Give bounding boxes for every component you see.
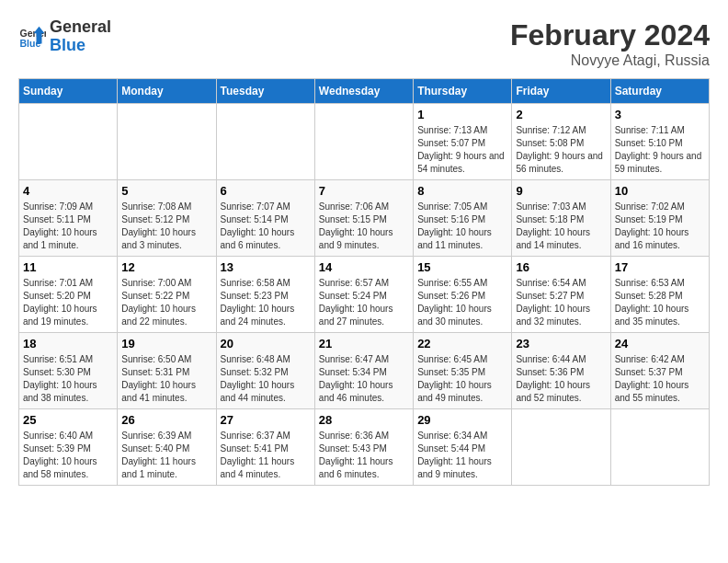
logo-text: GeneralBlue xyxy=(50,18,111,55)
day-info: Sunrise: 7:02 AM Sunset: 5:19 PM Dayligh… xyxy=(615,201,705,252)
day-info: Sunrise: 7:03 AM Sunset: 5:18 PM Dayligh… xyxy=(516,201,606,252)
calendar-cell: 17Sunrise: 6:53 AM Sunset: 5:28 PM Dayli… xyxy=(610,257,709,333)
calendar-cell: 4Sunrise: 7:09 AM Sunset: 5:11 PM Daylig… xyxy=(19,180,118,257)
day-number: 26 xyxy=(121,413,211,427)
day-info: Sunrise: 7:09 AM Sunset: 5:11 PM Dayligh… xyxy=(23,201,113,252)
weekday-header: Wednesday xyxy=(314,79,413,104)
calendar-cell: 10Sunrise: 7:02 AM Sunset: 5:19 PM Dayli… xyxy=(610,180,709,257)
day-info: Sunrise: 7:11 AM Sunset: 5:10 PM Dayligh… xyxy=(615,124,705,176)
calendar-cell xyxy=(314,104,413,180)
day-info: Sunrise: 6:48 AM Sunset: 5:32 PM Dayligh… xyxy=(221,353,311,405)
day-number: 29 xyxy=(417,413,507,427)
calendar-cell: 24Sunrise: 6:42 AM Sunset: 5:37 PM Dayli… xyxy=(610,333,709,409)
calendar-cell xyxy=(216,104,314,180)
day-number: 6 xyxy=(221,184,311,198)
calendar-cell: 7Sunrise: 7:06 AM Sunset: 5:15 PM Daylig… xyxy=(314,180,413,257)
day-number: 21 xyxy=(319,337,409,350)
calendar-week-row: 25Sunrise: 6:40 AM Sunset: 5:39 PM Dayli… xyxy=(19,409,710,486)
weekday-header-row: SundayMondayTuesdayWednesdayThursdayFrid… xyxy=(19,79,710,104)
day-info: Sunrise: 6:45 AM Sunset: 5:35 PM Dayligh… xyxy=(417,353,507,405)
calendar-cell: 12Sunrise: 7:00 AM Sunset: 5:22 PM Dayli… xyxy=(118,257,216,333)
day-info: Sunrise: 7:12 AM Sunset: 5:08 PM Dayligh… xyxy=(516,124,606,176)
weekday-header: Saturday xyxy=(610,79,709,104)
day-info: Sunrise: 6:55 AM Sunset: 5:26 PM Dayligh… xyxy=(417,277,507,328)
calendar-cell: 25Sunrise: 6:40 AM Sunset: 5:39 PM Dayli… xyxy=(19,409,118,486)
page-header: General Blue GeneralBlue February 2024 N… xyxy=(18,18,710,69)
day-number: 17 xyxy=(615,260,705,274)
day-info: Sunrise: 7:06 AM Sunset: 5:15 PM Dayligh… xyxy=(319,201,409,252)
calendar-cell: 16Sunrise: 6:54 AM Sunset: 5:27 PM Dayli… xyxy=(512,257,610,333)
weekday-header: Friday xyxy=(512,79,610,104)
day-number: 5 xyxy=(121,184,211,198)
weekday-header: Sunday xyxy=(19,79,118,104)
calendar-cell: 21Sunrise: 6:47 AM Sunset: 5:34 PM Dayli… xyxy=(314,333,413,409)
day-number: 18 xyxy=(23,337,113,350)
calendar-cell: 1Sunrise: 7:13 AM Sunset: 5:07 PM Daylig… xyxy=(414,104,512,180)
calendar-cell xyxy=(512,409,610,486)
calendar-cell: 22Sunrise: 6:45 AM Sunset: 5:35 PM Dayli… xyxy=(414,333,512,409)
day-number: 13 xyxy=(221,260,311,274)
day-info: Sunrise: 6:53 AM Sunset: 5:28 PM Dayligh… xyxy=(615,277,705,328)
day-number: 9 xyxy=(516,184,606,198)
day-info: Sunrise: 6:47 AM Sunset: 5:34 PM Dayligh… xyxy=(319,353,409,405)
day-info: Sunrise: 6:44 AM Sunset: 5:36 PM Dayligh… xyxy=(516,353,606,405)
calendar-cell: 8Sunrise: 7:05 AM Sunset: 5:16 PM Daylig… xyxy=(414,180,512,257)
calendar-cell xyxy=(19,104,118,180)
location-subtitle: Novyye Atagi, Russia xyxy=(510,52,710,69)
calendar-cell: 9Sunrise: 7:03 AM Sunset: 5:18 PM Daylig… xyxy=(512,180,610,257)
calendar-cell: 18Sunrise: 6:51 AM Sunset: 5:30 PM Dayli… xyxy=(19,333,118,409)
day-info: Sunrise: 6:50 AM Sunset: 5:31 PM Dayligh… xyxy=(121,353,211,405)
calendar-cell: 6Sunrise: 7:07 AM Sunset: 5:14 PM Daylig… xyxy=(216,180,314,257)
calendar-cell: 11Sunrise: 7:01 AM Sunset: 5:20 PM Dayli… xyxy=(19,257,118,333)
day-info: Sunrise: 6:51 AM Sunset: 5:30 PM Dayligh… xyxy=(23,353,113,405)
day-info: Sunrise: 7:07 AM Sunset: 5:14 PM Dayligh… xyxy=(221,201,311,252)
calendar-cell: 3Sunrise: 7:11 AM Sunset: 5:10 PM Daylig… xyxy=(610,104,709,180)
calendar-cell: 26Sunrise: 6:39 AM Sunset: 5:40 PM Dayli… xyxy=(118,409,216,486)
day-info: Sunrise: 6:57 AM Sunset: 5:24 PM Dayligh… xyxy=(319,277,409,328)
calendar-week-row: 18Sunrise: 6:51 AM Sunset: 5:30 PM Dayli… xyxy=(19,333,710,409)
weekday-header: Thursday xyxy=(414,79,512,104)
day-info: Sunrise: 6:54 AM Sunset: 5:27 PM Dayligh… xyxy=(516,277,606,328)
day-info: Sunrise: 6:37 AM Sunset: 5:41 PM Dayligh… xyxy=(221,430,311,481)
day-info: Sunrise: 6:36 AM Sunset: 5:43 PM Dayligh… xyxy=(319,430,409,481)
calendar-week-row: 1Sunrise: 7:13 AM Sunset: 5:07 PM Daylig… xyxy=(19,104,710,180)
day-info: Sunrise: 7:13 AM Sunset: 5:07 PM Dayligh… xyxy=(417,124,507,176)
day-info: Sunrise: 7:01 AM Sunset: 5:20 PM Dayligh… xyxy=(23,277,113,328)
calendar-week-row: 4Sunrise: 7:09 AM Sunset: 5:11 PM Daylig… xyxy=(19,180,710,257)
day-info: Sunrise: 7:05 AM Sunset: 5:16 PM Dayligh… xyxy=(417,201,507,252)
calendar-cell: 13Sunrise: 6:58 AM Sunset: 5:23 PM Dayli… xyxy=(216,257,314,333)
day-info: Sunrise: 6:42 AM Sunset: 5:37 PM Dayligh… xyxy=(615,353,705,405)
calendar-cell: 28Sunrise: 6:36 AM Sunset: 5:43 PM Dayli… xyxy=(314,409,413,486)
calendar-table: SundayMondayTuesdayWednesdayThursdayFrid… xyxy=(18,78,710,486)
day-number: 2 xyxy=(516,108,606,121)
month-title: February 2024 xyxy=(510,18,710,52)
day-number: 15 xyxy=(417,260,507,274)
day-number: 24 xyxy=(615,337,705,350)
day-number: 20 xyxy=(221,337,311,350)
day-info: Sunrise: 7:00 AM Sunset: 5:22 PM Dayligh… xyxy=(121,277,211,328)
calendar-cell: 27Sunrise: 6:37 AM Sunset: 5:41 PM Dayli… xyxy=(216,409,314,486)
day-number: 7 xyxy=(319,184,409,198)
calendar-cell: 20Sunrise: 6:48 AM Sunset: 5:32 PM Dayli… xyxy=(216,333,314,409)
day-number: 19 xyxy=(121,337,211,350)
day-number: 27 xyxy=(221,413,311,427)
day-number: 10 xyxy=(615,184,705,198)
calendar-week-row: 11Sunrise: 7:01 AM Sunset: 5:20 PM Dayli… xyxy=(19,257,710,333)
day-number: 14 xyxy=(319,260,409,274)
day-number: 23 xyxy=(516,337,606,350)
day-number: 28 xyxy=(319,413,409,427)
logo-icon: General Blue xyxy=(18,23,46,51)
calendar-cell: 19Sunrise: 6:50 AM Sunset: 5:31 PM Dayli… xyxy=(118,333,216,409)
day-number: 1 xyxy=(417,108,507,121)
day-number: 8 xyxy=(417,184,507,198)
day-number: 25 xyxy=(23,413,113,427)
day-number: 11 xyxy=(23,260,113,274)
day-number: 12 xyxy=(121,260,211,274)
day-info: Sunrise: 6:58 AM Sunset: 5:23 PM Dayligh… xyxy=(221,277,311,328)
calendar-cell: 23Sunrise: 6:44 AM Sunset: 5:36 PM Dayli… xyxy=(512,333,610,409)
calendar-cell: 14Sunrise: 6:57 AM Sunset: 5:24 PM Dayli… xyxy=(314,257,413,333)
calendar-cell xyxy=(118,104,216,180)
calendar-cell: 2Sunrise: 7:12 AM Sunset: 5:08 PM Daylig… xyxy=(512,104,610,180)
calendar-cell: 5Sunrise: 7:08 AM Sunset: 5:12 PM Daylig… xyxy=(118,180,216,257)
title-block: February 2024 Novyye Atagi, Russia xyxy=(510,18,710,69)
